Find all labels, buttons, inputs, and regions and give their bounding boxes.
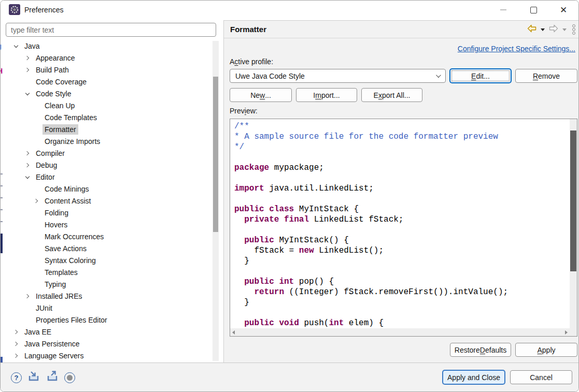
code-line: public class MyIntStack {	[234, 204, 568, 214]
edit-button[interactable]: Edit...	[450, 69, 511, 83]
tree-indent-spacer	[32, 280, 40, 288]
new-button[interactable]: New...	[230, 88, 292, 102]
tree-item-typing[interactable]: Typing	[5, 278, 211, 290]
tree-indent-spacer	[32, 125, 40, 134]
scroll-right-icon[interactable]	[565, 330, 568, 335]
active-profile-combo[interactable]: Uwe Java Code Style	[230, 69, 446, 83]
tree-item-code-minings[interactable]: Code Minings	[5, 183, 211, 195]
tree-item-code-coverage[interactable]: Code Coverage	[5, 76, 211, 88]
tree-item-build-path[interactable]: Build Path	[5, 64, 211, 76]
record-preferences-icon[interactable]	[64, 372, 75, 383]
filter-input[interactable]	[6, 23, 216, 37]
close-button[interactable]: ✕	[548, 1, 578, 19]
tree-item-syntax-coloring[interactable]: Syntax Coloring	[5, 254, 211, 266]
tree-item-label: Code Coverage	[34, 77, 89, 87]
tree-item-save-actions[interactable]: Save Actions	[5, 242, 211, 254]
code-preview: /*** A sample source file for the code f…	[230, 119, 577, 337]
collapse-icon[interactable]	[23, 90, 32, 98]
code-line: public MyIntStack() {	[234, 235, 568, 245]
tree-item-templates[interactable]: Templates	[5, 266, 211, 278]
close-icon: ✕	[560, 6, 567, 14]
scroll-left-icon[interactable]	[232, 330, 235, 335]
view-menu-icon[interactable]	[570, 24, 575, 35]
tree-item-java-ee[interactable]: Java EE	[5, 326, 211, 338]
tree-item-junit[interactable]: JUnit	[5, 302, 211, 314]
tree-indent-spacer	[32, 185, 40, 193]
forward-icon	[548, 23, 559, 36]
tree-indent-spacer	[32, 101, 40, 110]
tree-item-label: Java EE	[22, 327, 53, 337]
tree-item-label: Code Templates	[43, 112, 99, 123]
back-icon[interactable]	[527, 23, 537, 36]
cancel-button[interactable]: Cancel	[510, 370, 572, 384]
expand-icon[interactable]	[23, 149, 32, 157]
help-icon[interactable]: ?	[11, 372, 22, 383]
tree-item-appearance[interactable]: Appearance	[5, 52, 211, 64]
tree-item-java[interactable]: Java	[5, 40, 211, 52]
back-history-dropdown-icon[interactable]	[541, 28, 545, 31]
tree-item-language-servers[interactable]: Language Servers	[5, 350, 211, 361]
tree-item-folding[interactable]: Folding	[5, 207, 211, 219]
tree-item-formatter[interactable]: Formatter	[5, 123, 211, 135]
tree-item-properties-files-editor[interactable]: Properties Files Editor	[5, 314, 211, 326]
tree-scrollbar[interactable]	[213, 41, 219, 361]
tree-item-content-assist[interactable]: Content Assist	[5, 195, 211, 207]
configure-project-settings-link[interactable]: Configure Project Specific Settings...	[458, 45, 575, 53]
tree-item-label: Organize Imports	[43, 136, 102, 147]
tree-item-debug[interactable]: Debug	[5, 159, 211, 171]
tree-indent-spacer	[23, 316, 32, 324]
collapse-icon[interactable]	[12, 42, 20, 50]
tree-item-installed-jres[interactable]: Installed JREs	[5, 290, 211, 302]
maximize-button[interactable]	[518, 1, 548, 19]
tree-item-organize-imports[interactable]: Organize Imports	[5, 135, 211, 147]
code-line: public int pop() {	[234, 277, 568, 287]
tree-item-label: Compiler	[34, 148, 67, 158]
tree-item-label: Java	[22, 41, 42, 51]
code-line: */	[234, 142, 568, 152]
export-all-button[interactable]: Export All...	[361, 88, 422, 102]
expand-icon[interactable]	[12, 328, 20, 336]
import-preferences-icon[interactable]	[27, 371, 40, 384]
tree-item-clean-up[interactable]: Clean Up	[5, 99, 211, 111]
collapse-icon[interactable]	[23, 173, 32, 181]
expand-icon[interactable]	[23, 161, 32, 169]
import-button[interactable]: Import...	[296, 88, 357, 102]
tree-item-code-style[interactable]: Code Style	[5, 88, 211, 99]
expand-icon[interactable]	[12, 340, 20, 348]
preview-vertical-scrollbar[interactable]	[570, 119, 577, 328]
tree-item-compiler[interactable]: Compiler	[5, 147, 211, 159]
export-preferences-icon[interactable]	[46, 371, 59, 384]
tree-item-label: Formatter	[43, 124, 78, 135]
tree-indent-spacer	[32, 233, 40, 241]
tree-scrollbar-thumb[interactable]	[213, 77, 218, 232]
expand-icon[interactable]	[23, 292, 32, 300]
code-line	[234, 152, 568, 163]
minimize-button[interactable]	[488, 1, 518, 19]
tree-item-mark-occurrences[interactable]: Mark Occurrences	[5, 230, 211, 242]
apply-and-close-button[interactable]: Apply and Close	[443, 370, 505, 384]
tree-item-label: Code Minings	[43, 184, 91, 194]
expand-icon[interactable]	[32, 197, 40, 205]
tree-item-editor[interactable]: Editor	[5, 171, 211, 183]
code-preview-text: /*** A sample source file for the code f…	[234, 121, 568, 328]
remove-button[interactable]: Remove	[515, 69, 577, 83]
expand-icon[interactable]	[23, 54, 32, 62]
preview-vertical-scrollbar-thumb[interactable]	[570, 130, 576, 271]
restore-defaults-button[interactable]: Restore Defaults	[450, 343, 511, 357]
tree-item-code-templates[interactable]: Code Templates	[5, 111, 211, 123]
code-line: }	[234, 256, 568, 266]
code-line: import java.util.LinkedList;	[234, 183, 568, 194]
expand-icon[interactable]	[12, 352, 20, 360]
tree-item-label: Hovers	[43, 220, 69, 230]
tree-item-java-persistence[interactable]: Java Persistence	[5, 338, 211, 350]
tree-item-label: Code Style	[34, 89, 73, 99]
apply-button[interactable]: Apply	[515, 343, 577, 357]
tree-indent-spacer	[32, 256, 40, 265]
tree-item-hovers[interactable]: Hovers	[5, 219, 211, 230]
minimize-icon	[500, 9, 506, 10]
preview-horizontal-scrollbar[interactable]	[230, 328, 570, 336]
page-title: Formatter	[230, 21, 266, 38]
tree-item-label: Installed JREs	[34, 291, 84, 301]
maximize-icon	[530, 7, 537, 13]
expand-icon[interactable]	[23, 66, 32, 74]
